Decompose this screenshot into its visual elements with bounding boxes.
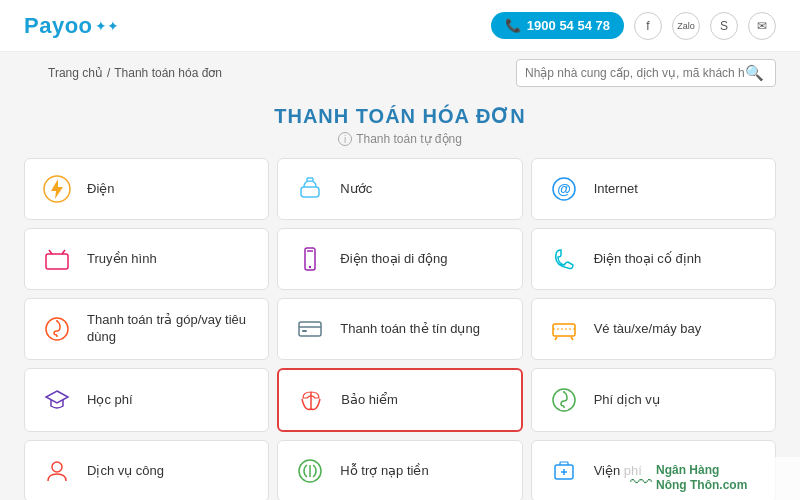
svg-rect-20	[553, 324, 575, 336]
service-card-dtthoai-co-dinh[interactable]: Điện thoại cố định	[531, 228, 776, 290]
bao-hiem-icon	[293, 382, 329, 418]
service-card-dich-vu-cong[interactable]: Dịch vụ công	[24, 440, 269, 500]
service-card-the-tin-dung[interactable]: Thanh toán thẻ tín dụng	[277, 298, 522, 360]
skype-icon[interactable]: S	[710, 12, 738, 40]
header: Payoo✦✦ 📞 1900 54 54 78 f Zalo S ✉	[0, 0, 800, 52]
phone-button[interactable]: 📞 1900 54 54 78	[491, 12, 624, 39]
tra-gop-label: Thanh toán trả góp/vay tiêu dùng	[87, 312, 254, 346]
service-card-dien[interactable]: Điện	[24, 158, 269, 220]
service-card-vien-phi[interactable]: Viện phí	[531, 440, 776, 500]
facebook-icon[interactable]: f	[634, 12, 662, 40]
internet-icon: @	[546, 171, 582, 207]
service-card-hoc-phi[interactable]: Học phí	[24, 368, 269, 432]
search-input[interactable]	[525, 66, 745, 80]
phi-dich-vu-icon	[546, 382, 582, 418]
header-right: 📞 1900 54 54 78 f Zalo S ✉	[491, 12, 776, 40]
service-card-tra-gop[interactable]: Thanh toán trả góp/vay tiêu dùng	[24, 298, 269, 360]
service-card-phi-dich-vu[interactable]: Phí dịch vụ	[531, 368, 776, 432]
svg-rect-19	[302, 330, 307, 332]
dien-icon	[39, 171, 75, 207]
info-icon: i	[338, 132, 352, 146]
search-button[interactable]: 🔍	[745, 64, 764, 82]
email-icon[interactable]: ✉	[748, 12, 776, 40]
service-grid: ĐiệnNước@InternetTruyền hìnhĐiện thoại d…	[24, 158, 776, 500]
service-card-nuoc[interactable]: Nước	[277, 158, 522, 220]
svg-point-12	[309, 266, 311, 268]
hoc-phi-icon	[39, 382, 75, 418]
ho-tro-nap-tien-label: Hỗ trợ nạp tiền	[340, 463, 428, 480]
page-title: THANH TOÁN HÓA ĐƠN	[24, 104, 776, 128]
dien-label: Điện	[87, 181, 115, 198]
svg-rect-17	[299, 322, 321, 336]
internet-label: Internet	[594, 181, 638, 198]
svg-marker-1	[51, 179, 63, 199]
dich-vu-cong-icon	[39, 453, 75, 489]
dtthoai-di-dong-icon	[292, 241, 328, 277]
hoc-phi-label: Học phí	[87, 392, 133, 409]
logo-decoration: ✦✦	[95, 18, 119, 34]
service-card-internet[interactable]: @Internet	[531, 158, 776, 220]
svg-rect-2	[301, 187, 319, 197]
breadcrumb-row: Trang chủ / Thanh toán hóa đơn 🔍	[0, 52, 800, 94]
breadcrumb-home[interactable]: Trang chủ	[48, 66, 103, 80]
logo-text: Payoo	[24, 13, 93, 39]
vien-phi-icon	[546, 453, 582, 489]
tra-gop-icon	[39, 311, 75, 347]
svg-text:@: @	[557, 181, 571, 197]
svg-rect-8	[46, 254, 68, 269]
phone-icon: 📞	[505, 18, 521, 33]
vien-phi-label: Viện phí	[594, 463, 642, 480]
breadcrumb: Trang chủ / Thanh toán hóa đơn	[24, 58, 246, 88]
breadcrumb-separator: /	[107, 66, 110, 80]
service-card-ho-tro-nap-tien[interactable]: Hỗ trợ nạp tiền	[277, 440, 522, 500]
ve-tau-icon	[546, 311, 582, 347]
main-content: THANH TOÁN HÓA ĐƠN i Thanh toán tự động …	[0, 94, 800, 500]
ve-tau-label: Vé tàu/xe/máy bay	[594, 321, 702, 338]
svg-point-27	[52, 462, 62, 472]
breadcrumb-current: Thanh toán hóa đơn	[114, 66, 222, 80]
service-card-truyen-hinh[interactable]: Truyền hình	[24, 228, 269, 290]
dtthoai-di-dong-label: Điện thoại di động	[340, 251, 447, 268]
phone-number: 1900 54 54 78	[527, 18, 610, 33]
zalo-icon[interactable]: Zalo	[672, 12, 700, 40]
auto-pay-label: i Thanh toán tự động	[24, 132, 776, 146]
service-card-dtthoai-di-dong[interactable]: Điện thoại di động	[277, 228, 522, 290]
auto-pay-text: Thanh toán tự động	[356, 132, 462, 146]
service-card-ve-tau[interactable]: Vé tàu/xe/máy bay	[531, 298, 776, 360]
truyen-hinh-icon	[39, 241, 75, 277]
svg-marker-22	[46, 391, 68, 403]
ho-tro-nap-tien-icon	[292, 453, 328, 489]
nuoc-label: Nước	[340, 181, 372, 198]
search-box: 🔍	[516, 59, 776, 87]
bao-hiem-label: Bảo hiểm	[341, 392, 397, 409]
the-tin-dung-label: Thanh toán thẻ tín dụng	[340, 321, 480, 338]
nuoc-icon	[292, 171, 328, 207]
dtthoai-co-dinh-icon	[546, 241, 582, 277]
the-tin-dung-icon	[292, 311, 328, 347]
logo: Payoo✦✦	[24, 13, 119, 39]
dtthoai-co-dinh-label: Điện thoại cố định	[594, 251, 702, 268]
dich-vu-cong-label: Dịch vụ công	[87, 463, 164, 480]
truyen-hinh-label: Truyền hình	[87, 251, 157, 268]
service-card-bao-hiem[interactable]: Bảo hiểm	[277, 368, 522, 432]
phi-dich-vu-label: Phí dịch vụ	[594, 392, 660, 409]
